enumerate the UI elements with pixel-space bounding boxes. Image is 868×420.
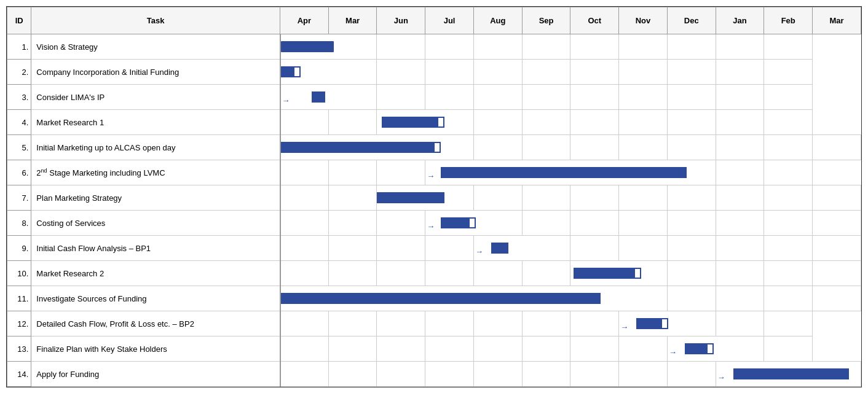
task-id: 8. — [7, 211, 31, 236]
table-row: 14. Apply for Funding → — [7, 362, 861, 387]
col-header-jun: Jun — [377, 7, 425, 34]
col-header-sep: Sep — [522, 7, 570, 34]
month-cell — [280, 60, 377, 85]
gantt-bar-open — [437, 117, 444, 128]
month-cell — [377, 185, 473, 211]
task-id: 4. — [7, 110, 31, 135]
col-header-mar2: Mar — [813, 7, 861, 34]
table-row: 3. Consider LIMA's IP → — [7, 85, 861, 110]
table-row: 8. Costing of Services → — [7, 211, 861, 236]
task-name: Plan Marketing Strategy — [31, 185, 280, 211]
task-name: Initial Cash Flow Analysis – BP1 — [31, 236, 280, 261]
task-id: 13. — [7, 336, 31, 362]
table-row: 12. Detailed Cash Flow, Profit & Loss et… — [7, 311, 861, 336]
month-cell: → — [473, 236, 570, 261]
arrow-indicator: → — [620, 322, 628, 332]
gantt-bar — [733, 368, 849, 379]
month-cell: → — [425, 211, 522, 236]
task-id: 6. — [7, 160, 31, 185]
col-header-aug: Aug — [473, 7, 522, 34]
task-name: Consider LIMA's IP — [31, 85, 280, 110]
col-header-oct: Oct — [570, 7, 619, 34]
table-row: 11. Investigate Sources of Funding — [7, 286, 861, 311]
gantt-bar — [574, 268, 640, 279]
arrow-indicator: → — [669, 348, 677, 357]
arrow-indicator: → — [475, 247, 483, 256]
task-name: Vision & Strategy — [31, 34, 280, 60]
month-cell: → — [716, 362, 861, 387]
task-id: 1. — [7, 34, 31, 60]
table-row: 1. Vision & Strategy — [7, 34, 861, 60]
table-row: 10. Market Research 2 — [7, 261, 861, 286]
gantt-bar — [281, 142, 440, 153]
col-header-jul: Jul — [425, 7, 474, 34]
task-name: Finalize Plan with Key Stake Holders — [31, 336, 280, 362]
gantt-bar-open — [468, 217, 476, 228]
col-header-apr: Apr — [280, 7, 329, 34]
col-header-jan: Jan — [716, 7, 764, 34]
col-header-nov: Nov — [619, 7, 668, 34]
col-header-dec: Dec — [667, 7, 716, 34]
gantt-bar — [281, 293, 601, 304]
task-id: 2. — [7, 60, 31, 85]
col-header-mar1: Mar — [328, 7, 377, 34]
month-cell — [280, 34, 377, 60]
gantt-bar-open — [661, 318, 668, 329]
month-cell: → — [425, 160, 716, 185]
month-cell: → — [667, 336, 763, 362]
gantt-bar-open — [634, 268, 641, 279]
gantt-bar — [382, 117, 443, 128]
task-name: Costing of Services — [31, 211, 280, 236]
table-row: 2. Company Incorporation & Initial Fundi… — [7, 60, 861, 85]
task-name: Market Research 1 — [31, 110, 280, 135]
gantt-chart: ID Task Apr Mar Jun Jul Aug Sep Oct Nov … — [6, 6, 862, 387]
task-id: 12. — [7, 311, 31, 336]
month-cell — [570, 261, 667, 286]
task-name: Investigate Sources of Funding — [31, 286, 280, 311]
arrow-indicator: → — [427, 222, 435, 231]
arrow-indicator: → — [427, 171, 435, 181]
task-id: 5. — [7, 135, 31, 160]
task-id: 3. — [7, 85, 31, 110]
month-cell: → — [619, 311, 716, 336]
task-id: 14. — [7, 362, 31, 387]
table-row: 7. Plan Marketing Strategy — [7, 185, 861, 211]
gantt-bar — [312, 91, 325, 103]
month-cell — [377, 110, 473, 135]
gantt-bar — [441, 167, 687, 178]
arrow-indicator: → — [282, 96, 290, 105]
task-name: Detailed Cash Flow, Profit & Loss etc. –… — [31, 311, 280, 336]
gantt-bar — [377, 192, 444, 203]
gantt-bar-open — [293, 66, 301, 77]
month-cell: → — [280, 85, 377, 110]
task-id: 11. — [7, 286, 31, 311]
gantt-bar-open — [433, 142, 441, 153]
month-cell — [280, 286, 668, 311]
month-cell — [280, 135, 474, 160]
task-name: Initial Marketing up to ALCAS open day — [31, 135, 280, 160]
task-id: 10. — [7, 261, 31, 286]
task-name: 2nd Stage Marketing including LVMC — [31, 160, 280, 185]
table-row: 5. Initial Marketing up to ALCAS open da… — [7, 135, 861, 160]
task-id: 7. — [7, 185, 31, 211]
table-row: 6. 2nd Stage Marketing including LVMC → — [7, 160, 861, 185]
col-header-id: ID — [7, 7, 31, 34]
task-id: 9. — [7, 236, 31, 261]
table-row: 13. Finalize Plan with Key Stake Holders… — [7, 336, 861, 362]
table-row: 9. Initial Cash Flow Analysis – BP1 → — [7, 236, 861, 261]
task-name: Apply for Funding — [31, 362, 280, 387]
gantt-bar — [491, 243, 508, 254]
col-header-feb: Feb — [764, 7, 813, 34]
col-header-task: Task — [31, 7, 280, 34]
task-name: Company Incorporation & Initial Funding — [31, 60, 280, 85]
task-name: Market Research 2 — [31, 261, 280, 286]
gantt-bar-open — [706, 343, 714, 354]
table-row: 4. Market Research 1 — [7, 110, 861, 135]
arrow-indicator: → — [717, 373, 725, 382]
gantt-bar — [281, 41, 334, 52]
